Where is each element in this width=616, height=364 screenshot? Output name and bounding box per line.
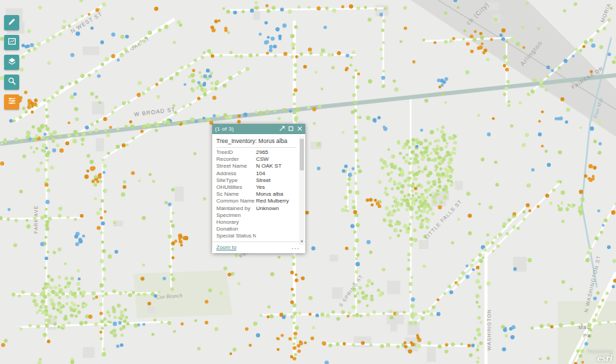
pencil-icon xyxy=(8,16,16,29)
field-row: Special Status Note xyxy=(216,233,296,239)
more-options-button[interactable]: ... xyxy=(292,246,300,249)
popup-header[interactable]: (1 of 3) xyxy=(212,124,305,134)
field-value: Street xyxy=(256,177,296,184)
field-row: Address104 xyxy=(216,170,296,177)
field-value: Morus alba xyxy=(256,191,296,198)
popup-scrollbar[interactable] xyxy=(299,138,305,239)
map-application: N WEST STN OAK STW BROAD STPARK AVEN OAK… xyxy=(0,0,616,364)
field-row: Sc NameMorus alba xyxy=(216,191,296,198)
magnifier-icon xyxy=(8,76,16,88)
field-row: Street NameN OAK ST xyxy=(216,163,296,170)
legend-button[interactable] xyxy=(4,94,19,109)
field-value: CSW xyxy=(256,156,296,163)
dock-icon xyxy=(279,126,285,133)
popup-title: Tree_Inventory: Morus alba xyxy=(216,136,296,148)
field-value xyxy=(256,233,296,239)
dock-button[interactable] xyxy=(279,126,285,132)
field-row: Donation xyxy=(216,226,296,233)
field-label: Specimen xyxy=(216,212,256,219)
basemap-button[interactable] xyxy=(4,35,19,50)
field-value: 104 xyxy=(256,170,296,177)
scroll-down-icon[interactable]: ▼ xyxy=(299,239,305,245)
map-attribution: Powered by esri xyxy=(587,349,613,363)
zoom-to-link[interactable]: Zoom to xyxy=(216,244,236,250)
field-row: SiteTypeStreet xyxy=(216,177,296,184)
field-row: Honorary xyxy=(216,219,296,226)
field-label: Honorary xyxy=(216,219,256,226)
popup-pagination: (1 of 3) xyxy=(215,126,279,132)
field-value xyxy=(256,219,296,226)
field-row: Common NameRed Mulberry xyxy=(216,198,296,205)
field-value xyxy=(256,212,296,219)
field-label: SiteType xyxy=(216,177,256,184)
field-label: OHUtilities xyxy=(216,184,256,191)
field-value: 2965 xyxy=(256,149,296,156)
search-button[interactable] xyxy=(4,75,19,90)
field-row: Maintained byUnknown xyxy=(216,205,296,212)
close-icon xyxy=(297,126,303,133)
layers-button[interactable] xyxy=(4,55,19,70)
field-value xyxy=(256,226,296,233)
scrollbar-thumb[interactable] xyxy=(300,139,304,170)
basemap-icon xyxy=(8,36,16,49)
field-value: Yes xyxy=(256,184,296,191)
field-label: Address xyxy=(216,170,256,177)
feature-popup: (1 of 3) Tr xyxy=(212,124,305,253)
field-label: Street Name xyxy=(216,163,256,170)
field-row: RecorderCSW xyxy=(216,156,296,163)
field-row: OHUtilitiesYes xyxy=(216,184,296,191)
field-label: TreeID xyxy=(216,149,256,156)
popup-footer: Zoom to ... xyxy=(212,242,305,253)
field-value: Unknown xyxy=(256,205,296,212)
draw-tool-button[interactable] xyxy=(4,15,19,30)
field-label: Sc Name xyxy=(216,191,256,198)
field-label: Special Status Note xyxy=(216,233,256,239)
field-label: Maintained by xyxy=(216,205,256,212)
maximize-button[interactable] xyxy=(287,126,294,132)
maximize-icon xyxy=(288,126,294,133)
close-button[interactable] xyxy=(296,126,303,132)
field-label: Recorder xyxy=(216,156,256,163)
popup-body: Tree_Inventory: Morus alba TreeID2965Rec… xyxy=(212,134,305,240)
esri-logo: esri xyxy=(587,354,613,363)
sliders-icon xyxy=(8,96,16,108)
popup-header-icons xyxy=(279,126,303,132)
field-label: Common Name xyxy=(216,198,256,205)
field-row: Specimen xyxy=(216,212,296,219)
map-toolbar xyxy=(4,15,19,109)
field-row: TreeID2965 xyxy=(216,149,296,156)
popup-field-list: TreeID2965RecorderCSWStreet NameN OAK ST… xyxy=(216,149,296,240)
field-value: Red Mulberry xyxy=(256,198,296,205)
field-label: Donation xyxy=(216,226,256,233)
layers-icon xyxy=(8,56,16,68)
map-canvas[interactable] xyxy=(0,0,616,364)
field-value: N OAK ST xyxy=(256,163,296,170)
